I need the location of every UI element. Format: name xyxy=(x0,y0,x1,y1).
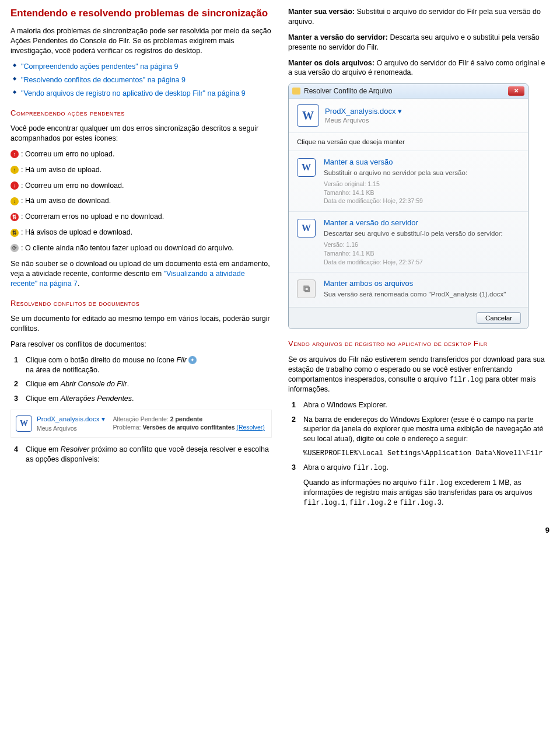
page-title: Entendendo e resolvendo problemas de sin… xyxy=(10,7,272,19)
toc-list: "Compreendendo ações pendentes" na págin… xyxy=(10,62,272,99)
close-icon[interactable]: ✕ xyxy=(508,86,524,96)
cancel-button[interactable]: Cancelar xyxy=(477,312,521,324)
filr-tray-icon: ✦ xyxy=(188,356,197,364)
option-keep-server: Manter a versão do servidor: Descarta se… xyxy=(288,33,550,53)
option-keep-both: Manter os dois arquivos: O arquivo do se… xyxy=(288,58,550,78)
dialog-option-keep-both[interactable]: ⧉ Manter ambos os arquivos Sua versão se… xyxy=(289,272,528,307)
dialog-option-keep-server[interactable]: W Manter a versão do servidor Descartar … xyxy=(289,211,528,272)
heading-resolve-conflicts: Resolvendo conflitos de documentos xyxy=(10,298,272,309)
dialog-app-icon xyxy=(292,88,300,95)
dialog-word-icon: W xyxy=(297,104,319,127)
step-2: Clique em Abrir Console do Filr. xyxy=(26,379,272,389)
word-doc-icon: W xyxy=(297,219,316,237)
log-step-2: Na barra de endereços do Windows Explore… xyxy=(303,415,550,459)
upload-error-icon: ↑ xyxy=(10,150,19,158)
both-error-icon: ⇅ xyxy=(10,213,19,221)
step-1: Clique com o botão direito do mouse no í… xyxy=(26,355,272,375)
dialog-option-keep-yours[interactable]: W Manter a sua versão Substituir o arqui… xyxy=(289,151,528,211)
conflict-intro: Se um documento for editado ao mesmo tem… xyxy=(10,314,272,334)
dialog-prompt: Clique na versão que deseja manter xyxy=(289,132,528,151)
status-text-5: : Ocorreram erros no upload e no downloa… xyxy=(21,212,164,222)
page-number: 9 xyxy=(10,525,550,536)
listing-filename[interactable]: ProdX_analysis.docx ▾ xyxy=(37,415,105,424)
step-3: Clique em Alterações Pendentes. xyxy=(26,394,272,404)
both-warn-icon: ⇅ xyxy=(10,229,19,237)
upload-warn-icon: ↑ xyxy=(10,166,19,174)
toc-link-1[interactable]: "Compreendendo ações pendentes" na págin… xyxy=(21,62,178,71)
listing-location: Meus Arquivos xyxy=(37,424,105,432)
status-text-6: : Há avisos de upload e download. xyxy=(21,228,132,237)
dialog-filename[interactable]: ProdX_analysis.docx ▾ xyxy=(325,106,402,117)
status-text-4: : Há um aviso de download. xyxy=(21,196,111,206)
heading-pending-actions: Compreendendo ações pendentes xyxy=(10,108,272,118)
option-keep-yours: Manter sua versão: Substitui o arquivo d… xyxy=(288,7,550,27)
logs-intro: Se os arquivos do Filr não estiverem sen… xyxy=(288,355,550,394)
status-text-3: : Ocorreu um erro no download. xyxy=(21,181,124,191)
pending-item-listing: W ProdX_analysis.docx ▾ Meus Arquivos Al… xyxy=(10,410,272,438)
word-doc-icon: W xyxy=(297,158,316,177)
download-error-icon: ↓ xyxy=(10,181,19,190)
activity-hint: Se não souber se o download ou upload de… xyxy=(10,259,272,289)
heading-view-logs: Vendo arquivos de registro no aplicativo… xyxy=(288,338,550,349)
status-text-2: : Há um aviso de upload. xyxy=(21,165,102,175)
step-4: Clique em Resolver próximo ao conflito q… xyxy=(26,445,272,464)
docs-stack-icon: ⧉ xyxy=(297,280,316,298)
download-warn-icon: ↓ xyxy=(10,197,19,205)
conflict-steps-lead: Para resolver os conflitos de documentos… xyxy=(10,340,272,350)
log-path: %USERPROFILE%\Local Settings\Application… xyxy=(303,449,550,458)
resolver-link[interactable]: (Resolver) xyxy=(236,424,264,431)
log-step-3: Abra o arquivo filr.log. Quando as infor… xyxy=(303,463,550,507)
log-step-1: Abra o Windows Explorer. xyxy=(303,400,550,410)
toc-link-3[interactable]: "Vendo arquivos de registro no aplicativ… xyxy=(21,89,246,97)
status-text-7: : O cliente ainda não tentou fazer uploa… xyxy=(21,243,234,253)
not-synced-icon: ⟳ xyxy=(10,244,19,252)
word-doc-icon: W xyxy=(16,415,32,432)
pending-intro: Você pode encontrar qualquer um dos erro… xyxy=(10,124,272,144)
dialog-location: Meus Arquivos xyxy=(325,116,402,125)
toc-link-2[interactable]: "Resolvendo conflitos de documentos" na … xyxy=(21,76,186,84)
status-text-1: : Ocorreu um erro no upload. xyxy=(21,149,115,159)
resolve-conflict-dialog: Resolver Conflito de Arquivo ✕ W ProdX_a… xyxy=(288,83,528,329)
dialog-title: Resolver Conflito de Arquivo xyxy=(304,86,392,96)
intro-paragraph: A maioria dos problemas de sincronização… xyxy=(10,26,272,56)
